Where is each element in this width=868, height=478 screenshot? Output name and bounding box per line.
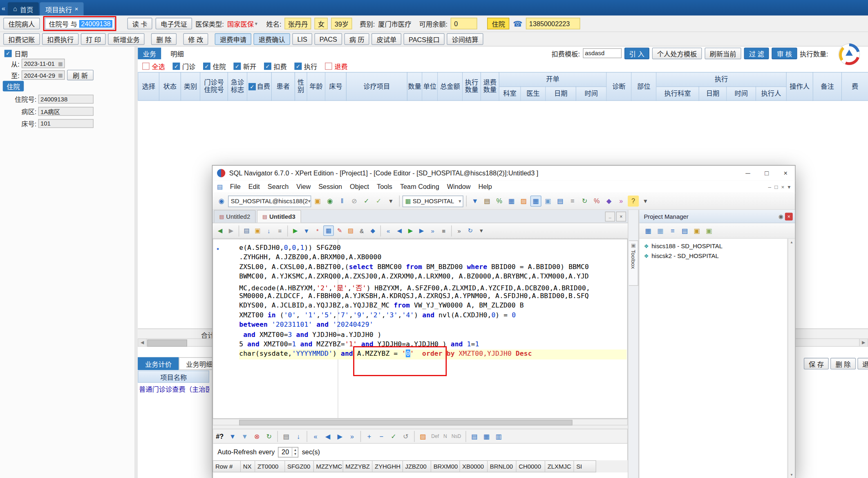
action-button[interactable]: PACS <box>315 33 342 45</box>
more-icon[interactable]: » <box>454 225 465 236</box>
code-line[interactable]: and XMZT00=3 and YJDJH0=a.YJDJH0 ) <box>239 330 626 340</box>
column-header[interactable]: 患者 <box>272 72 295 101</box>
code-line[interactable]: between '20231101' and '20240429' <box>239 321 626 330</box>
collapse-arrow-icon[interactable]: « <box>2 4 5 12</box>
checkbox[interactable] <box>264 62 271 70</box>
import-button[interactable]: 引 入 <box>624 47 649 59</box>
grid-column-header[interactable]: SI <box>574 460 596 473</box>
menu-edit[interactable]: Edit <box>244 183 264 191</box>
column-header[interactable]: 自费 <box>248 72 272 101</box>
filter-item[interactable]: 全选 <box>142 61 165 71</box>
execute-icon[interactable]: ▶ <box>290 225 301 236</box>
minimize-button[interactable]: ─ <box>738 166 757 180</box>
date-from-input[interactable]: 2023-11-01▦ <box>22 59 65 68</box>
date-checkbox[interactable] <box>4 50 12 57</box>
filter-item[interactable]: 住院 <box>203 61 226 71</box>
tab-business[interactable]: 业务 <box>138 47 161 59</box>
tab-detail[interactable]: 明细 <box>166 47 189 59</box>
column-header[interactable]: 执行科室 <box>657 86 699 101</box>
column-header[interactable]: 执行数量 <box>463 72 481 101</box>
grid-icon[interactable]: ▦ <box>323 225 334 236</box>
cancel-edit-icon[interactable]: ↺ <box>400 431 411 442</box>
first-icon[interactable]: « <box>383 225 394 236</box>
next-record-icon[interactable]: ▶ <box>334 431 345 442</box>
column-header[interactable]: 部位 <box>632 72 657 101</box>
column-header[interactable]: 数量 <box>407 72 423 101</box>
tab-list-button[interactable]: .. <box>605 211 615 221</box>
menu-file[interactable]: File <box>226 183 244 191</box>
action-button[interactable]: 新增业务 <box>108 33 145 45</box>
column-header[interactable]: 单位 <box>423 72 438 101</box>
menu-view[interactable]: View <box>293 183 315 191</box>
default-value-icon[interactable]: Def <box>430 431 441 442</box>
stop-icon[interactable]: ⊘ <box>349 195 360 206</box>
single-record-view-icon[interactable]: ▤ <box>469 431 480 442</box>
blob-viewer-icon[interactable]: ▨ <box>417 431 428 442</box>
refresh-button[interactable]: 刷 新 <box>67 70 93 81</box>
checkbox[interactable] <box>173 62 180 70</box>
column-header[interactable]: 选择 <box>139 72 159 101</box>
action-button[interactable]: LIS <box>292 33 312 45</box>
document-tab[interactable]: ▤Untitled2 <box>214 210 256 222</box>
grid-view-icon[interactable]: ▦ <box>481 431 492 442</box>
toolbox-tab[interactable]: ▣ Toolbox <box>629 240 638 286</box>
grid-column-header[interactable]: CH0000 <box>517 460 545 473</box>
column-header[interactable]: 床号 <box>326 72 347 101</box>
sort-desc-icon[interactable]: ▼ <box>227 431 238 442</box>
calendar-icon[interactable]: ▦ <box>58 72 63 78</box>
insert-record-icon[interactable]: + <box>364 431 375 442</box>
annotate-icon[interactable]: ✎ <box>334 225 345 236</box>
maximize-button[interactable]: □ <box>757 166 776 180</box>
quick-browse-icon[interactable]: ▦ <box>506 195 517 206</box>
scroll-down-icon[interactable]: ▼ <box>788 471 795 478</box>
pm-details-view-icon[interactable]: ▦ <box>643 225 654 236</box>
null-toggle-icon[interactable]: N <box>442 431 449 442</box>
code-line[interactable]: e(A.SFDJH0,0,0,1)) SFGZ00 <box>239 244 626 254</box>
edit-data-icon[interactable]: ▨ <box>518 195 529 206</box>
action-button[interactable]: 退费申请 <box>215 33 251 45</box>
grid-column-header[interactable]: ZLXMJC <box>545 460 574 473</box>
filter-item[interactable]: 门诊 <box>173 61 196 71</box>
describe-icon[interactable]: % <box>494 195 505 206</box>
action-button[interactable]: 扣费执行 <box>42 33 78 45</box>
action-button[interactable]: 打 印 <box>81 33 106 45</box>
cancel-query-icon[interactable]: ⊗ <box>251 431 262 442</box>
read-card-button[interactable]: 读 卡 <box>127 18 152 29</box>
grid-column-header[interactable]: MZZYMC <box>314 460 343 473</box>
pm-folder-icon[interactable]: ▣ <box>691 225 702 236</box>
checkbox[interactable] <box>325 62 332 70</box>
next-icon[interactable]: ▶ <box>416 225 427 236</box>
menu-tools[interactable]: Tools <box>373 183 396 191</box>
menu-object[interactable]: Object <box>346 183 373 191</box>
column-header[interactable]: 状态 <box>159 72 181 101</box>
pivot-icon[interactable]: ▥ <box>493 431 504 442</box>
project-item[interactable]: ❖hiscsk2 - SD_HOSPITAL <box>640 251 787 261</box>
recycle-bin-icon[interactable]: ↻ <box>579 195 590 206</box>
vertical-scrollbar[interactable]: ▲ ▼ <box>788 239 795 478</box>
menu-window[interactable]: Window <box>443 183 474 191</box>
clear-icon[interactable]: * <box>312 225 323 236</box>
column-header[interactable]: 门诊号住院号 <box>200 72 228 101</box>
insurance-type-select[interactable]: 国家医保▾ <box>227 19 257 28</box>
grid-column-header[interactable]: NX <box>241 460 255 473</box>
code-line[interactable]: .ZYHGHH, A.JZBZ00,A.BRXM00,A.XB0000 <box>239 254 626 263</box>
close-document-icon[interactable]: × <box>616 211 626 221</box>
output-window-icon[interactable]: ▤ <box>555 195 566 206</box>
document-tab[interactable]: ▤Untitled3 <box>257 210 301 222</box>
column-header[interactable]: 退费数量 <box>481 72 499 101</box>
column-header[interactable]: 急诊标志 <box>228 72 247 101</box>
forward-icon[interactable]: ▶ <box>226 225 237 236</box>
balance-input[interactable]: 0 <box>451 18 477 29</box>
options-icon[interactable]: ▾ <box>476 225 487 236</box>
filter-icon[interactable]: ▼ <box>301 225 312 236</box>
new-file-icon[interactable]: ▤ <box>242 225 252 236</box>
action-button[interactable]: PACS接口 <box>404 33 445 45</box>
grid-column-header[interactable]: Row # <box>213 460 241 473</box>
column-header[interactable]: 日期 <box>546 86 577 101</box>
menu-team-coding[interactable]: Team Coding <box>396 183 443 191</box>
column-header[interactable]: 操作人 <box>787 72 813 101</box>
back-icon[interactable]: ◀ <box>215 225 226 236</box>
export-icon[interactable]: ≡ <box>275 225 285 236</box>
inpatient-section-tab[interactable]: 住院 <box>3 81 24 92</box>
help-icon[interactable]: ? <box>628 195 639 206</box>
